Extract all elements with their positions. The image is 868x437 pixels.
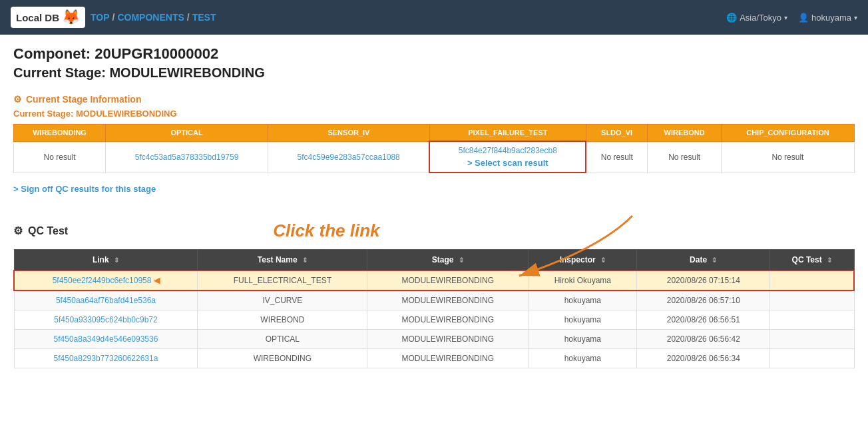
- qc-cell-inspector: hokuyama: [529, 330, 637, 349]
- qc-cell-inspector: hokuyama: [529, 290, 637, 310]
- col-wirebond: WIREBOND: [648, 125, 721, 142]
- qc-cell-date: 2020/08/26 07:15:14: [637, 270, 770, 290]
- user-icon: [798, 13, 809, 23]
- qc-cell-testname: IV_CURVE: [198, 290, 367, 310]
- col-sldo-vi: SLDO_VI: [586, 125, 648, 142]
- qc-cell-link: 5f450a8293b773260622631a: [14, 349, 198, 368]
- current-stage-label: Current Stage: MODULEWIREBONDING: [13, 109, 855, 119]
- sort-icon-qctest: ⇕: [827, 256, 832, 264]
- optical-link[interactable]: 5fc4c53ad5a378335bd19759: [135, 153, 238, 162]
- main-content: Componet: 20UPGR10000002 Current Stage: …: [0, 35, 868, 379]
- col-chip-config: CHIP_CONFIGURATION: [721, 125, 854, 142]
- user-menu[interactable]: hokuyama: [798, 13, 857, 23]
- cell-optical: 5fc4c53ad5a378335bd19759: [106, 141, 268, 173]
- qc-cell-testname: OPTICAL: [198, 330, 367, 349]
- annotation-container: Click the link: [273, 220, 379, 241]
- qc-cell-testname: WIREBOND: [198, 310, 367, 330]
- qc-table-row: 5f450a8a349d4e546e093536OPTICALMODULEWIR…: [14, 330, 854, 349]
- qc-cell-testname: FULL_ELECTRICAL_TEST: [198, 270, 367, 290]
- stage-info-heading-text: Current Stage Information: [26, 94, 141, 105]
- row-arrow-indicator: ◀: [151, 276, 159, 285]
- page-subtitle: Current Stage: MODULEWIREBONDING: [13, 65, 855, 81]
- cell-sensor-iv: 5fc4c59e9e283a57ccaa1088: [268, 141, 430, 173]
- qc-cell-link: 5f450a933095c624bb0c9b72: [14, 310, 198, 330]
- breadcrumb-test: TEST: [192, 12, 216, 23]
- cell-pixel-failure: 5fc84e27f844b9acf283ecb8 Select scan res…: [429, 141, 586, 173]
- qc-col-link[interactable]: Link ⇕: [14, 250, 198, 271]
- qc-link-1[interactable]: 5f450aa64af76bafd41e536a: [56, 296, 156, 305]
- qc-cell-date: 2020/08/26 06:56:34: [637, 349, 770, 368]
- stage-table-container: WIREBONDING OPTICAL SENSOR_IV PIXEL_FAIL…: [13, 124, 855, 173]
- cell-sldo-vi: No result: [586, 141, 648, 173]
- globe-icon: [726, 13, 737, 23]
- logo-text: Local DB: [16, 12, 59, 23]
- qc-cell-link: 5f450a8a349d4e546e093536: [14, 330, 198, 349]
- page-title: Componet: 20UPGR10000002: [13, 45, 855, 63]
- sort-icon-testname: ⇕: [302, 256, 308, 264]
- qc-cell-testname: WIREBONDING: [198, 349, 367, 368]
- breadcrumb-top[interactable]: TOP: [91, 12, 110, 23]
- qc-cell-date: 2020/08/26 06:57:10: [637, 290, 770, 310]
- qc-cell-stage: MODULEWIREBONDING: [367, 349, 529, 368]
- stage-table-header-row: WIREBONDING OPTICAL SENSOR_IV PIXEL_FAIL…: [14, 125, 855, 142]
- qc-section-heading: QC Test Click the link: [13, 220, 855, 241]
- qc-cell-qctest: [770, 310, 854, 330]
- qc-link-3[interactable]: 5f450a8a349d4e546e093536: [54, 334, 158, 344]
- cell-chip-config: No result: [721, 141, 854, 173]
- qc-table-row: 5f450aa64af76bafd41e536aIV_CURVEMODULEWI…: [14, 290, 854, 310]
- qc-cell-link: 5f450aa64af76bafd41e536a: [14, 290, 198, 310]
- logo-fox-icon: 🦊: [62, 9, 80, 26]
- col-pixel-failure-test: PIXEL_FAILURE_TEST: [429, 125, 586, 142]
- timezone-label: Asia/Tokyo: [740, 13, 781, 23]
- qc-col-test-name[interactable]: Test Name ⇕: [198, 250, 367, 271]
- timezone-selector[interactable]: Asia/Tokyo: [726, 13, 787, 23]
- qc-cell-qctest: [770, 290, 854, 310]
- qc-table-header-row: Link ⇕ Test Name ⇕ Stage ⇕ Inspector ⇕ D…: [14, 250, 854, 271]
- qc-cell-link: 5f450ee2f2449bc6efc10958 ◀: [14, 270, 198, 290]
- col-optical: OPTICAL: [106, 125, 268, 142]
- qc-cell-inspector: hokuyama: [529, 349, 637, 368]
- qc-cell-inspector: hokuyama: [529, 310, 637, 330]
- breadcrumb-sep-1: /: [112, 12, 115, 23]
- select-scan-link[interactable]: Select scan result: [435, 158, 580, 168]
- qc-link-4[interactable]: 5f450a8293b773260622631a: [54, 354, 158, 363]
- qc-table-row: 5f450a8293b773260622631aWIREBONDINGMODUL…: [14, 349, 854, 368]
- qc-link-2[interactable]: 5f450a933095c624bb0c9b72: [54, 315, 157, 324]
- qc-cell-date: 2020/08/26 06:56:42: [637, 330, 770, 349]
- sort-icon-link: ⇕: [114, 256, 119, 264]
- gear-icon: [13, 94, 22, 105]
- qc-table-row: 5f450ee2f2449bc6efc10958 ◀FULL_ELECTRICA…: [14, 270, 854, 290]
- qc-table: Link ⇕ Test Name ⇕ Stage ⇕ Inspector ⇕ D…: [13, 249, 855, 368]
- col-sensor-iv: SENSOR_IV: [268, 125, 430, 142]
- click-annotation: Click the link: [273, 220, 379, 240]
- col-wirebonding: WIREBONDING: [14, 125, 106, 142]
- qc-cell-qctest: [770, 349, 854, 368]
- logo[interactable]: Local DB 🦊: [11, 7, 85, 28]
- signoff-link[interactable]: Sign off QC results for this stage: [13, 184, 156, 194]
- breadcrumb-components[interactable]: COMPONENTS: [117, 12, 184, 23]
- qc-cell-stage: MODULEWIREBONDING: [367, 330, 529, 349]
- qc-cell-date: 2020/08/26 06:56:51: [637, 310, 770, 330]
- stage-table-row: No result 5fc4c53ad5a378335bd19759 5fc4c…: [14, 141, 855, 173]
- qc-col-inspector[interactable]: Inspector ⇕: [529, 250, 637, 271]
- header: Local DB 🦊 TOP / COMPONENTS / TEST Asia/…: [0, 0, 868, 35]
- breadcrumb-sep-2: /: [187, 12, 190, 23]
- qc-cell-stage: MODULEWIREBONDING: [367, 310, 529, 330]
- sort-icon-date: ⇕: [712, 256, 717, 264]
- qc-link-0[interactable]: 5f450ee2f2449bc6efc10958: [53, 276, 152, 285]
- username-label: hokuyama: [811, 13, 851, 23]
- sort-icon-inspector: ⇕: [600, 256, 606, 264]
- stage-table: WIREBONDING OPTICAL SENSOR_IV PIXEL_FAIL…: [13, 124, 855, 173]
- breadcrumb: TOP / COMPONENTS / TEST: [91, 12, 216, 23]
- qc-cell-stage: MODULEWIREBONDING: [367, 270, 529, 290]
- qc-col-date[interactable]: Date ⇕: [637, 250, 770, 271]
- qc-cell-inspector: Hiroki Okuyama: [529, 270, 637, 290]
- header-right: Asia/Tokyo hokuyama: [726, 13, 857, 23]
- sensor-iv-link[interactable]: 5fc4c59e9e283a57ccaa1088: [298, 153, 400, 162]
- signoff-container: Sign off QC results for this stage: [13, 184, 855, 207]
- qc-col-stage[interactable]: Stage ⇕: [367, 250, 529, 271]
- stage-info-heading: Current Stage Information: [13, 94, 855, 105]
- pixel-failure-link[interactable]: 5fc84e27f844b9acf283ecb8: [459, 146, 557, 155]
- qc-cell-stage: MODULEWIREBONDING: [367, 290, 529, 310]
- qc-col-qctest[interactable]: QC Test ⇕: [770, 250, 854, 271]
